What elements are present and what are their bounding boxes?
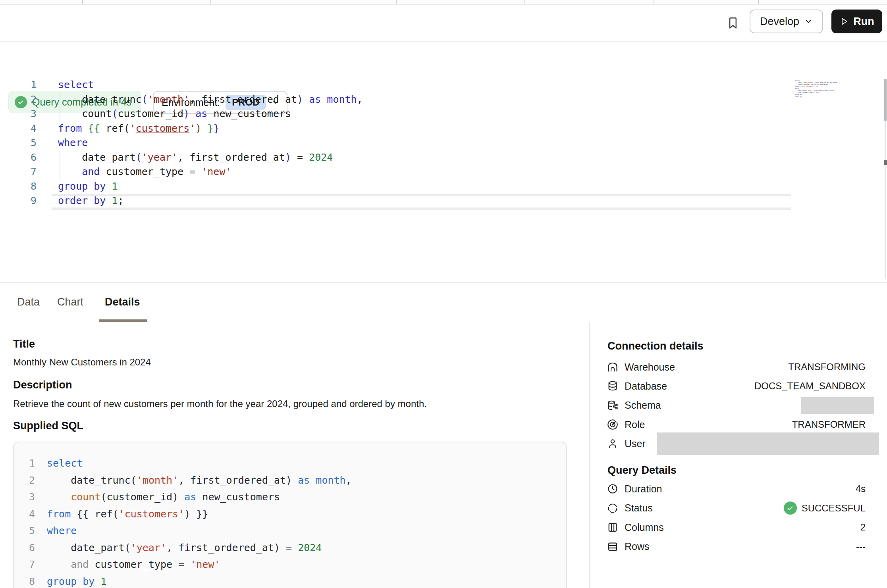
database-icon [607,380,618,392]
line-number: 3 [21,107,37,121]
tab-data[interactable]: Data [17,283,40,321]
tab-separator [524,0,525,4]
connection-details-rows: WarehouseTRANSFORMINGDatabaseDOCS_TEAM_S… [607,357,866,453]
tab-separator [82,0,83,4]
line-number: 9 [21,194,37,208]
code-line: 2 date_trunc('month', first_ordered_at) … [14,472,566,489]
role-row: RoleTRANSFORMER [607,415,866,434]
duration-row: Duration4s [607,479,866,499]
code-line: 5where [21,136,363,150]
code-line: 3 count(customer_id) as new_customers [14,489,566,506]
line-number: 1 [14,455,35,472]
title-heading: Title [13,338,35,350]
code-line: 8group by 1 [21,179,363,194]
line-number: 7 [14,556,35,573]
rows-value: --- [856,541,866,552]
code-line: 7 and customer_type = 'new' [21,165,363,179]
editor-code[interactable]: 1select2 date_trunc('month', first_order… [21,78,363,208]
database-value: DOCS_TEAM_SANDBOX [754,380,866,392]
loader-icon [607,503,618,514]
code-line: 7 and customer_type = 'new' [14,556,566,573]
description-value: Retrieve the count of new customers per … [13,398,427,409]
user-icon [607,438,618,449]
tab-separator [396,0,397,4]
duration-label: Duration [625,483,662,495]
chevron-down-icon [804,17,813,26]
line-number: 7 [21,165,37,179]
editor-scrollbar-thumb[interactable] [884,79,887,121]
code-line: 2 date_trunc('month', first_ordered_at) … [21,92,363,107]
line-number: 2 [14,472,35,489]
code-line: 3 count(customer_id) as new_customers [21,107,363,121]
line-number: 6 [21,150,37,165]
query-details-heading: Query Details [607,464,677,477]
tab-separator [654,0,654,4]
run-button[interactable]: Run [831,10,882,33]
line-number: 1 [21,78,37,92]
details-panel: Title Monthly New Customers in 2024 Desc… [0,323,887,588]
warehouse-label: Warehouse [625,361,675,373]
warehouse-row: WarehouseTRANSFORMING [607,357,866,377]
code-line: 5where [14,523,566,540]
schema-icon [607,400,618,411]
columns-label: Columns [625,522,664,533]
line-number: 2 [21,92,37,107]
app-window: Develop Run Query completed in 4s Enviro… [0,0,887,588]
supplied-sql-heading: Supplied SQL [13,420,83,432]
code-line: 4from {{ ref('customers') }} [21,121,363,136]
schema-label: Schema [625,400,661,411]
query-meta-pane: Title Monthly New Customers in 2024 Desc… [0,323,589,588]
line-number: 8 [14,573,35,588]
develop-dropdown[interactable]: Develop [750,10,823,33]
rows-icon [607,541,618,552]
line-number: 6 [14,540,35,557]
code-line: 9order by 1; [21,194,363,208]
columns-icon [607,522,618,533]
tab-separator [210,0,211,4]
schema-row: Schema [607,396,866,415]
redacted-value [657,432,879,455]
editor-minimap[interactable]: 1select2 date_trunc('month', first_order… [792,79,844,103]
bookmark-icon [726,14,740,32]
role-icon [607,419,618,430]
code-line: 1select [14,455,566,472]
rows-label: Rows [625,541,650,552]
code-line: 1select [21,78,363,92]
sql-editor[interactable]: Query completed in 4s Environment: PROD … [0,42,887,282]
editor-scrollbar-marker [884,160,887,165]
user-label: User [625,438,646,450]
user-value [657,432,866,455]
query-details-rows: Duration4sStatusSUCCESSFULColumns2Rows--… [607,479,866,556]
database-label: Database [625,380,667,392]
rows-row: Rows--- [607,537,866,557]
title-value: Monthly New Customers in 2024 [13,357,151,368]
redacted-value [801,397,874,414]
tab-details[interactable]: Details [105,283,140,321]
code-line: 8group by 1 [14,573,566,588]
success-check-icon [784,502,797,515]
code-line: 4from {{ ref('customers') }} [14,506,566,523]
line-number: 5 [14,523,35,540]
status-row: StatusSUCCESSFUL [607,499,866,518]
toolbar: Develop Run [0,5,887,42]
play-icon [839,17,849,26]
schema-value [801,397,866,414]
clock-icon [607,483,618,494]
line-number: 4 [21,121,37,136]
supplied-sql-box: 1select2 date_trunc('month', first_order… [13,442,567,588]
tab-separator [758,0,759,4]
line-number: 8 [21,179,37,194]
bookmark-button[interactable] [726,14,740,32]
database-row: DatabaseDOCS_TEAM_SANDBOX [607,377,866,396]
status-value: SUCCESSFUL [784,502,866,515]
line-number: 4 [14,506,35,523]
role-label: Role [625,419,645,430]
result-tab-bar: DataChartDetails [0,282,887,323]
code-line: 6 date_part('year', first_ordered_at) = … [21,150,363,165]
warehouse-value: TRANSFORMING [788,361,866,373]
code-line: 6 date_part('year', first_ordered_at) = … [14,540,566,557]
description-heading: Description [13,379,72,391]
run-label: Run [853,15,874,28]
line-number: 3 [14,489,35,506]
tab-chart[interactable]: Chart [57,283,83,321]
